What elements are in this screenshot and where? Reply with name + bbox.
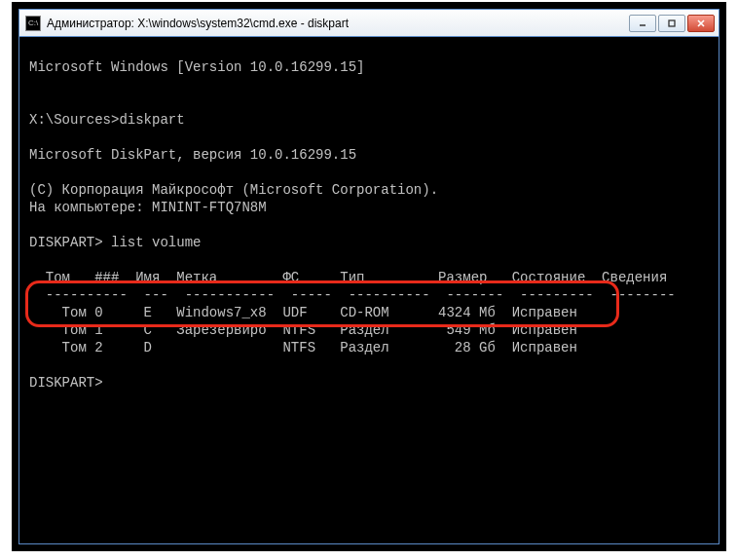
diskpart-prompt: DISKPART>: [29, 375, 103, 391]
table-row: Том 2 D NTFS Раздел 28 Gб Исправен: [29, 340, 577, 355]
table-divider: ---------- --- ----------- ----- -------…: [29, 287, 676, 303]
window-controls: [627, 15, 715, 32]
close-button[interactable]: [687, 15, 715, 32]
table-row: Том 1 C Зарезервиро NTFS Раздел 549 Мб И…: [29, 322, 577, 338]
table-header: Том ### Имя Метка ФС Тип Размер Состояни…: [29, 270, 667, 285]
copyright-line: (C) Корпорация Майкрософт (Microsoft Cor…: [29, 182, 438, 198]
diskpart-prompt: DISKPART> list volume: [29, 235, 201, 250]
title-bar[interactable]: C:\ Администратор: X:\windows\system32\c…: [19, 10, 719, 37]
diskpart-version: Microsoft DiskPart, версия 10.0.16299.15: [29, 147, 356, 163]
version-line: Microsoft Windows [Version 10.0.16299.15…: [29, 59, 364, 75]
outer-frame: C:\ Администратор: X:\windows\system32\c…: [12, 2, 726, 551]
window-title: Администратор: X:\windows\system32\cmd.e…: [47, 17, 627, 30]
prompt-line: X:\Sources>diskpart: [29, 112, 185, 128]
table-row: Том 0 E Windows7_x8 UDF CD-ROM 4324 Мб И…: [29, 305, 577, 320]
console-output[interactable]: Microsoft Windows [Version 10.0.16299.15…: [19, 37, 719, 543]
maximize-button[interactable]: [658, 15, 685, 32]
svg-rect-1: [669, 20, 675, 26]
cmd-icon: C:\: [25, 16, 41, 31]
computer-line: На компьютере: MININT-FTQ7N8M: [29, 200, 267, 215]
cmd-window: C:\ Администратор: X:\windows\system32\c…: [18, 9, 720, 544]
minimize-button[interactable]: [629, 15, 656, 32]
